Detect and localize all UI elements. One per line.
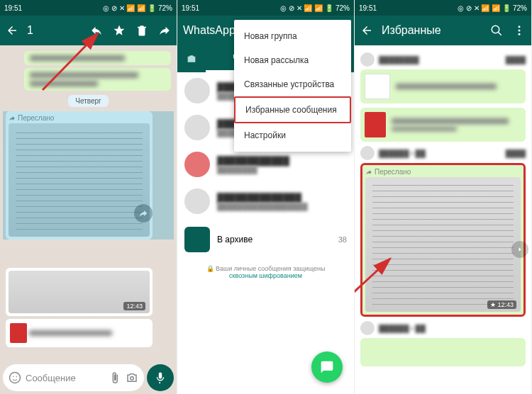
forward-icon[interactable] [158, 24, 171, 37]
starred-bubble[interactable] [360, 108, 526, 142]
more-icon[interactable] [513, 24, 526, 37]
mic-button[interactable] [147, 364, 174, 391]
status-time: 19:51 [4, 4, 22, 12]
date-divider: Четверг [68, 95, 108, 107]
archive-label: В архиве [217, 235, 331, 244]
status-bar: 19:51 ◎ ⊘ ✕ 📶 📶 🔋72% [355, 0, 531, 16]
status-time: 19:51 [359, 4, 377, 12]
new-chat-fab[interactable] [311, 351, 343, 383]
screen-message-selected: 19:51 ◎ ⊘ ✕ 📶 📶 🔋 72% 1 Четверг [0, 0, 177, 394]
next-arrow-icon[interactable] [511, 241, 528, 258]
avatar-small [360, 146, 375, 160]
screen-starred: 19:51 ◎ ⊘ ✕ 📶 📶 🔋72% Избранные ████████ … [355, 0, 532, 394]
input-placeholder: Сообщение [26, 373, 104, 383]
message-wrapper-selected[interactable]: Переслано [3, 111, 174, 240]
starred-bubble-highlighted[interactable]: Переслано ★ 12:43 [360, 163, 526, 317]
avatar-small [360, 321, 375, 335]
starred-message[interactable]: ██████ • ██ ████ Переслано ★ 12:43 [360, 146, 526, 317]
overflow-menu: Новая группа Новая рассылка Связанные ус… [234, 20, 351, 152]
message-out[interactable] [24, 51, 171, 65]
svg-line-9 [498, 32, 501, 35]
menu-starred-messages[interactable]: Избранные сообщения [234, 96, 351, 123]
avatar [184, 152, 210, 177]
starred-header: Избранные [355, 16, 531, 45]
star-timestamp: ★ 12:43 [487, 300, 516, 309]
svg-point-11 [519, 30, 521, 32]
svg-point-12 [519, 33, 521, 35]
blurred-text [30, 81, 98, 86]
avatar-small [360, 52, 375, 67]
starred-bubble[interactable] [360, 338, 526, 366]
menu-new-broadcast[interactable]: Новая рассылка [234, 48, 351, 72]
svg-point-1 [13, 376, 14, 378]
starred-list: ████████ ████ ██████ • ██ ████ [355, 45, 531, 394]
header-actions [90, 24, 171, 37]
status-bar: 19:51 ◎ ⊘ ✕ 📶 📶 🔋72% [177, 0, 354, 16]
svg-rect-6 [194, 237, 201, 244]
image-attachment[interactable]: 12:43 [9, 271, 150, 313]
encryption-notice: 🔒 Ваши личные сообщения защищены сквозны… [177, 259, 354, 285]
archive-count: 38 [338, 235, 347, 244]
forwarded-label: Переслано [365, 168, 521, 176]
avatar [184, 78, 210, 103]
starred-message[interactable] [360, 108, 526, 142]
archive-icon [184, 227, 210, 252]
starred-message[interactable]: ██████ • ██ [360, 321, 526, 366]
avatar [184, 115, 210, 140]
menu-settings[interactable]: Настройки [234, 123, 351, 147]
icon-group: ◎ ⊘ ✕ 📶 📶 🔋 [103, 4, 156, 12]
menu-linked-devices[interactable]: Связанные устройства [234, 72, 351, 96]
menu-new-group[interactable]: Новая группа [234, 24, 351, 48]
search-icon[interactable] [490, 24, 503, 37]
svg-point-10 [519, 26, 521, 28]
starred-bubble[interactable] [360, 69, 526, 103]
blurred-text [30, 55, 125, 61]
archive-row[interactable]: В архиве 38 [177, 220, 354, 259]
chat-panel: Четверг Переслано 12:43 [0, 45, 177, 394]
page-title: Избранные [382, 24, 482, 37]
attach-icon[interactable] [109, 371, 121, 384]
message-input[interactable]: Сообщение [3, 364, 144, 391]
svg-point-2 [16, 376, 18, 378]
input-bar: Сообщение [3, 364, 174, 391]
chat-row[interactable]: ████████████████████████████████ [177, 183, 354, 220]
delete-icon[interactable] [135, 24, 148, 37]
svg-point-3 [131, 377, 134, 381]
svg-point-0 [10, 373, 21, 383]
message-in-image[interactable]: 12:43 [6, 268, 153, 316]
selection-count: 1 [27, 24, 82, 37]
status-icons: ◎ ⊘ ✕ 📶 📶 🔋 72% [103, 4, 172, 12]
blurred-text [30, 72, 138, 78]
camera-icon[interactable] [126, 371, 138, 384]
pdf-icon [365, 112, 386, 137]
battery-pct: 72% [158, 4, 172, 12]
pdf-icon [10, 323, 27, 343]
image-attachment[interactable]: ★ 12:43 [365, 177, 521, 312]
screen-chats-menu: 19:51 ◎ ⊘ ✕ 📶 📶 🔋72% WhatsApp Чаты Новая… [177, 0, 355, 394]
starred-message[interactable]: ████████ ████ [360, 52, 526, 103]
back-arrow-icon[interactable] [360, 24, 373, 37]
star-icon[interactable] [113, 24, 126, 37]
selection-header: 1 [0, 16, 177, 45]
avatar [184, 188, 210, 214]
reply-icon[interactable] [90, 24, 103, 37]
message-in-file[interactable] [6, 319, 153, 347]
tab-camera[interactable] [177, 53, 206, 64]
encryption-link[interactable]: сквозным шифрованием [229, 272, 302, 279]
file-thumb [365, 74, 390, 99]
status-time: 19:51 [182, 4, 199, 12]
emoji-icon[interactable] [9, 371, 21, 384]
back-arrow-icon[interactable] [6, 24, 18, 37]
message-time: 12:43 [123, 302, 145, 310]
svg-point-8 [492, 26, 499, 33]
message-out[interactable] [24, 68, 171, 91]
selection-overlay [3, 111, 174, 240]
status-bar: 19:51 ◎ ⊘ ✕ 📶 📶 🔋 72% [0, 0, 177, 16]
